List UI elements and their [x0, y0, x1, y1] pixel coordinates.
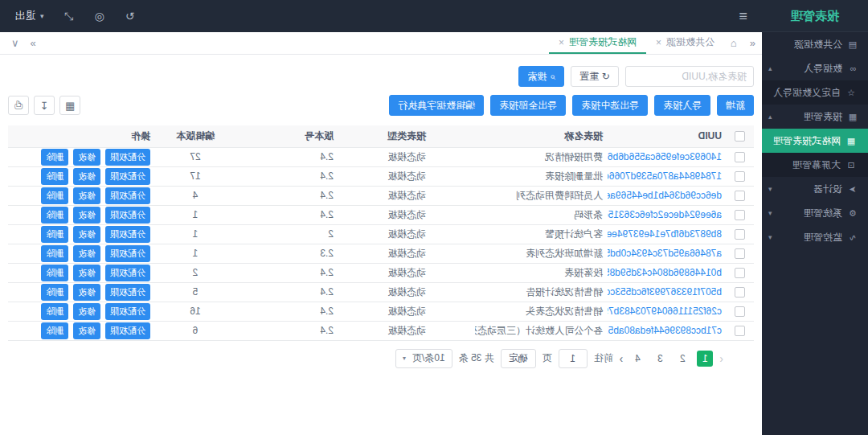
pagination: ‹ 1234 › 前往 页 确定 共 35 条 10条/页 ▾ [8, 349, 723, 368]
cell-report-type: 动态模板 [338, 321, 475, 340]
cell-uuid: b01446896d804c43d59d85871a... [608, 263, 727, 282]
page-number-1[interactable]: 1 [697, 351, 713, 367]
row-action-修改[interactable]: 修改 [73, 265, 100, 281]
tabs-scroll-left-icon[interactable]: « [743, 32, 762, 54]
close-icon[interactable]: × [656, 37, 661, 48]
action-button-导入报表[interactable]: 导入报表 [654, 95, 710, 116]
sidebar-item-label: 自定义数据导入 [773, 86, 841, 100]
sidebar-item-大屏幕管理[interactable]: ⊡大屏幕管理 [762, 153, 868, 177]
fullscreen-icon[interactable]: ⤢ [65, 10, 74, 23]
reset-button[interactable]: ↺ 重置 [571, 66, 619, 87]
sidebar-item-系统管理[interactable]: ⚙系统管理▾ [762, 201, 868, 225]
row-action-分配权限[interactable]: 分配权限 [105, 284, 150, 301]
row-action-修改[interactable]: 修改 [73, 226, 100, 243]
row-action-删除[interactable]: 删除 [41, 207, 68, 224]
download-icon[interactable]: ↧ [34, 96, 55, 115]
row-action-删除[interactable]: 删除 [41, 303, 68, 320]
row-action-删除[interactable]: 删除 [41, 149, 68, 166]
row-action-分配权限[interactable]: 分配权限 [105, 168, 150, 185]
row-action-删除[interactable]: 删除 [41, 187, 68, 204]
row-action-分配权限[interactable]: 分配权限 [105, 245, 150, 262]
cell-uuid: 140693cefe956ca556d6b6662... [608, 147, 727, 166]
row-checkbox[interactable] [735, 152, 746, 162]
home-icon[interactable]: ⌂ [724, 32, 743, 54]
cell-report-type: 动态模板 [338, 166, 475, 186]
row-action-分配权限[interactable]: 分配权限 [105, 187, 150, 204]
row-checkbox-cell [727, 224, 754, 244]
cell-edit-version: 1 [155, 244, 235, 263]
tab-公共数据源[interactable]: 公共数据源× [646, 32, 724, 54]
row-action-修改[interactable]: 修改 [73, 322, 100, 339]
row-action-修改[interactable]: 修改 [73, 187, 100, 204]
tabs-container: 公共数据源×网格式报表管理× [549, 32, 724, 54]
row-action-删除[interactable]: 删除 [41, 322, 68, 339]
row-action-分配权限[interactable]: 分配权限 [105, 265, 150, 281]
search-input[interactable] [625, 66, 754, 87]
close-icon[interactable]: × [559, 37, 564, 48]
refresh-icon[interactable]: ↻ [125, 10, 135, 23]
row-action-修改[interactable]: 修改 [73, 245, 100, 262]
row-action-删除[interactable]: 删除 [41, 168, 68, 185]
row-action-删除[interactable]: 删除 [41, 226, 68, 243]
column-setting-icon[interactable]: ▦ [59, 96, 80, 115]
link-icon: ∞ [847, 64, 858, 73]
row-checkbox[interactable] [735, 326, 746, 336]
row-checkbox[interactable] [735, 287, 746, 298]
page-number-2[interactable]: 2 [674, 351, 690, 367]
cell-edit-version: 6 [155, 321, 235, 340]
row-action-修改[interactable]: 修改 [73, 207, 100, 224]
row-action-分配权限[interactable]: 分配权限 [105, 149, 150, 166]
row-action-删除[interactable]: 删除 [41, 284, 68, 301]
row-action-分配权限[interactable]: 分配权限 [105, 207, 150, 224]
page-size-select[interactable]: 10条/页 ▾ [395, 349, 452, 368]
sidebar-item-设计器[interactable]: ➤设计器▾ [762, 177, 868, 201]
action-button-新增[interactable]: 新增 [717, 95, 754, 116]
cell-version: 2.4 [235, 166, 338, 186]
row-action-分配权限[interactable]: 分配权限 [105, 322, 150, 339]
main-area: ≡ ↻ ◎ ⤢ ▾ 退出 « ⌂ 公共数据源×网格式报表管理× » ∨ [0, 0, 762, 435]
sidebar-item-报表管理[interactable]: ▦报表管理▴ [762, 105, 868, 129]
row-checkbox[interactable] [735, 248, 746, 259]
tabs-scroll-right-icon[interactable]: » [31, 37, 36, 49]
row-checkbox[interactable] [735, 191, 746, 201]
row-checkbox[interactable] [735, 210, 746, 220]
sidebar-item-公共数据源[interactable]: ▤公共数据源 [762, 32, 868, 56]
row-action-分配权限[interactable]: 分配权限 [105, 303, 150, 320]
cell-actions: 分配权限修改删除 [8, 186, 155, 205]
row-action-删除[interactable]: 删除 [41, 245, 68, 262]
row-action-修改[interactable]: 修改 [73, 303, 100, 320]
action-button-导出全部报表[interactable]: 导出全部报表 [490, 95, 566, 116]
lock-icon[interactable]: ◎ [95, 10, 104, 23]
row-action-删除[interactable]: 删除 [41, 265, 68, 281]
action-button-编辑数据字典执行[interactable]: 编辑数据字典执行 [389, 95, 484, 116]
tab-网格式报表管理[interactable]: 网格式报表管理× [549, 32, 646, 54]
next-page-icon[interactable]: › [620, 352, 624, 365]
database-icon: ▤ [847, 39, 858, 50]
row-checkbox[interactable] [735, 229, 746, 240]
gear-icon: ⚙ [847, 208, 858, 219]
logout-dropdown[interactable]: ▾ 退出 [14, 9, 44, 23]
row-checkbox[interactable] [735, 306, 746, 317]
row-action-修改[interactable]: 修改 [73, 168, 100, 185]
search-button[interactable]: ⌕ 搜索 [518, 66, 564, 87]
sidebar-item-网格式报表管理[interactable]: ▦网格式报表管理 [762, 129, 868, 153]
row-action-修改[interactable]: 修改 [73, 149, 100, 166]
sidebar-item-自定义数据导入[interactable]: ☆自定义数据导入 [762, 80, 868, 105]
row-checkbox[interactable] [735, 171, 746, 182]
sidebar-item-监控管理[interactable]: ∿监控管理▾ [762, 225, 868, 249]
page-number-3[interactable]: 3 [652, 351, 668, 367]
action-button-导出选中报表[interactable]: 导出选中报表 [572, 95, 648, 116]
page-number-4[interactable]: 4 [629, 351, 645, 367]
collapse-menu-icon[interactable]: ≡ [739, 8, 747, 25]
print-icon[interactable]: ⎙ [8, 96, 29, 115]
tabs-menu-chevron-icon[interactable]: ∨ [11, 37, 19, 49]
confirm-button[interactable]: 确定 [501, 349, 536, 368]
goto-page-input[interactable] [559, 349, 588, 368]
prev-page-icon[interactable]: ‹ [719, 352, 723, 365]
row-checkbox[interactable] [735, 268, 746, 278]
table-row: c71bcc8939644feda80ab52ee0...各个公司人数统计（三层… [8, 321, 754, 340]
select-all-checkbox[interactable] [735, 131, 746, 142]
row-action-修改[interactable]: 修改 [73, 284, 100, 301]
sidebar-item-数据导入[interactable]: ∞数据导入▴ [762, 56, 868, 80]
row-action-分配权限[interactable]: 分配权限 [105, 226, 150, 243]
